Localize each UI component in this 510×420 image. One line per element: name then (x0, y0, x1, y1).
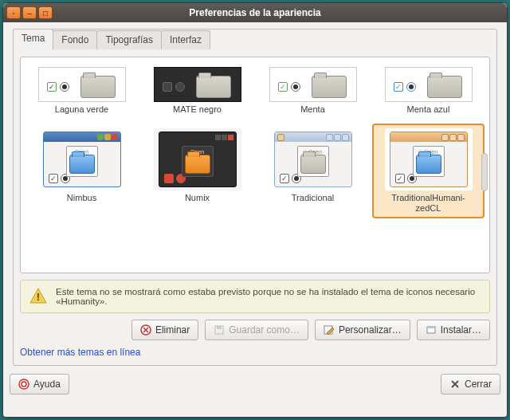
theme-nimbus[interactable]: Open Nimbus (26, 124, 138, 209)
window-title: Preferencias de la apariencia (3, 7, 507, 18)
themes-list[interactable]: Laguna verde MATE negro (20, 57, 490, 273)
install-icon (426, 324, 437, 336)
delete-button[interactable]: Eliminar (131, 320, 198, 340)
theme-label: Tradicional (260, 193, 366, 204)
warning-message: ! Este tema no se mostrará como estaba p… (20, 280, 490, 313)
theme-laguna-verde[interactable]: Laguna verde (26, 62, 138, 120)
save-icon (214, 324, 225, 336)
theme-menta-azul[interactable]: Menta azul (372, 62, 484, 120)
tab-tipografias[interactable]: Tipografías (96, 30, 162, 49)
more-themes-link[interactable]: Obtener más temas en línea (20, 347, 140, 358)
close-button[interactable]: Cerrar (441, 374, 500, 394)
theme-label: Laguna verde (29, 104, 135, 116)
theme-label: Nimbus (29, 193, 135, 204)
svg-rect-6 (427, 327, 435, 328)
customize-button[interactable]: Personalizar… (315, 320, 410, 340)
svg-text:!: ! (37, 291, 40, 303)
theme-tradicional[interactable]: □ Open Tradicional (257, 124, 369, 209)
preferences-window: ◦ – □ Preferencias de la apariencia Tema… (2, 2, 508, 418)
theme-mate-negro[interactable]: MATE negro (141, 62, 253, 120)
theme-numix[interactable]: Open Numix (141, 124, 253, 209)
tab-tema[interactable]: Tema (13, 29, 53, 50)
theme-label: Menta (260, 104, 366, 116)
theme-label: Numix (144, 193, 250, 204)
tab-fondo[interactable]: Fondo (53, 30, 97, 49)
titlebar[interactable]: ◦ – □ Preferencias de la apariencia (3, 3, 507, 22)
svg-rect-3 (217, 326, 222, 329)
theme-traditional-humanized[interactable]: □ Open TraditionalHumani- zedCL (372, 124, 484, 218)
edit-icon (324, 324, 335, 336)
theme-label: TraditionalHumani- zedCL (375, 193, 481, 214)
warning-text: Este tema no se mostrará como estaba pre… (56, 287, 481, 306)
tab-bar: Tema Fondo Tipografías Interfaz (13, 29, 496, 49)
theme-label: Menta azul (375, 104, 481, 116)
svg-point-7 (19, 379, 29, 389)
save-as-button: Guardar como… (205, 320, 308, 340)
help-button[interactable]: Ayuda (10, 374, 69, 394)
install-button[interactable]: Instalar… (417, 320, 490, 340)
close-icon (449, 379, 461, 390)
theme-menta[interactable]: Menta (257, 62, 369, 120)
theme-label: MATE negro (144, 104, 250, 116)
tab-interfaz[interactable]: Interfaz (161, 30, 210, 49)
help-icon (18, 379, 29, 390)
delete-icon (140, 324, 151, 336)
scrollbar-thumb[interactable] (481, 153, 488, 191)
window-menu-button[interactable]: ◦ (6, 6, 21, 19)
maximize-button[interactable]: □ (38, 6, 53, 19)
warning-icon: ! (29, 287, 48, 306)
minimize-button[interactable]: – (22, 6, 37, 19)
